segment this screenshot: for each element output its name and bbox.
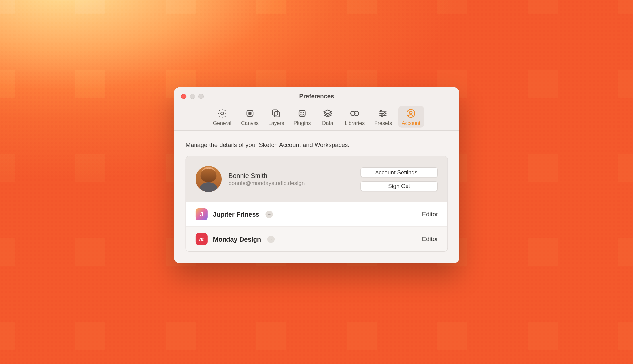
svg-point-7 xyxy=(303,112,304,113)
tab-label: General xyxy=(213,120,231,126)
tab-label: Canvas xyxy=(241,120,259,126)
presets-icon xyxy=(378,108,388,119)
svg-point-6 xyxy=(300,112,301,113)
titlebar: Preferences General Canvas Layers Plugin… xyxy=(174,87,459,131)
tab-libraries[interactable]: Libraries xyxy=(341,106,368,128)
workspace-name: Jupiter Fitness xyxy=(213,210,259,218)
preferences-window: Preferences General Canvas Layers Plugin… xyxy=(174,87,459,263)
tab-layers[interactable]: Layers xyxy=(265,106,287,128)
workspace-role: Editor xyxy=(422,236,437,242)
workspace-role: Editor xyxy=(422,211,437,218)
sign-out-button[interactable]: Sign Out xyxy=(360,181,438,191)
tab-general[interactable]: General xyxy=(209,106,235,128)
tab-presets[interactable]: Presets xyxy=(371,106,395,128)
avatar xyxy=(195,166,221,192)
account-name: Bonnie Smith xyxy=(228,172,353,179)
svg-point-10 xyxy=(380,110,382,112)
data-icon xyxy=(322,108,333,119)
layers-icon xyxy=(271,108,281,119)
gear-icon xyxy=(217,108,227,119)
svg-point-14 xyxy=(409,111,412,114)
account-row: Bonnie Smith bonnie@mondaystudio.design … xyxy=(186,156,447,202)
svg-point-12 xyxy=(381,115,383,116)
workspace-row-monday[interactable]: m Monday Design → Editor xyxy=(186,226,447,251)
workspace-icon: m xyxy=(195,233,207,245)
svg-point-9 xyxy=(354,111,358,116)
tab-label: Layers xyxy=(268,120,284,126)
content-area: Manage the details of your Sketch Accoun… xyxy=(174,131,459,263)
svg-rect-5 xyxy=(299,110,305,116)
arrow-right-icon: → xyxy=(265,210,273,218)
description-text: Manage the details of your Sketch Accoun… xyxy=(185,141,448,148)
tab-label: Account xyxy=(401,120,420,126)
tab-plugins[interactable]: Plugins xyxy=(290,106,314,128)
tab-label: Data xyxy=(322,120,333,126)
libraries-icon xyxy=(349,108,360,119)
account-email: bonnie@mondaystudio.design xyxy=(228,180,353,186)
tab-label: Libraries xyxy=(345,120,365,126)
window-title: Preferences xyxy=(174,93,459,99)
account-card: Bonnie Smith bonnie@mondaystudio.design … xyxy=(185,156,448,252)
account-info: Bonnie Smith bonnie@mondaystudio.design xyxy=(228,172,353,186)
account-buttons: Account Settings… Sign Out xyxy=(360,167,438,191)
svg-rect-3 xyxy=(273,110,278,115)
plugins-icon xyxy=(297,108,307,119)
tab-label: Plugins xyxy=(293,120,311,126)
preferences-toolbar: General Canvas Layers Plugins Data xyxy=(174,106,459,128)
account-icon xyxy=(406,108,416,119)
tab-canvas[interactable]: Canvas xyxy=(237,106,262,128)
tab-data[interactable]: Data xyxy=(316,106,338,128)
workspace-icon: J xyxy=(195,208,207,220)
svg-point-0 xyxy=(221,112,223,115)
svg-rect-4 xyxy=(274,112,280,117)
tab-account[interactable]: Account xyxy=(398,106,424,128)
tab-label: Presets xyxy=(374,120,392,126)
workspace-name: Monday Design xyxy=(213,235,261,242)
canvas-icon xyxy=(245,108,255,119)
svg-point-11 xyxy=(384,113,385,114)
account-settings-button[interactable]: Account Settings… xyxy=(360,167,438,177)
arrow-right-icon: → xyxy=(267,235,274,242)
workspace-row-jupiter[interactable]: J Jupiter Fitness → Editor xyxy=(186,202,447,226)
svg-rect-2 xyxy=(248,112,251,115)
